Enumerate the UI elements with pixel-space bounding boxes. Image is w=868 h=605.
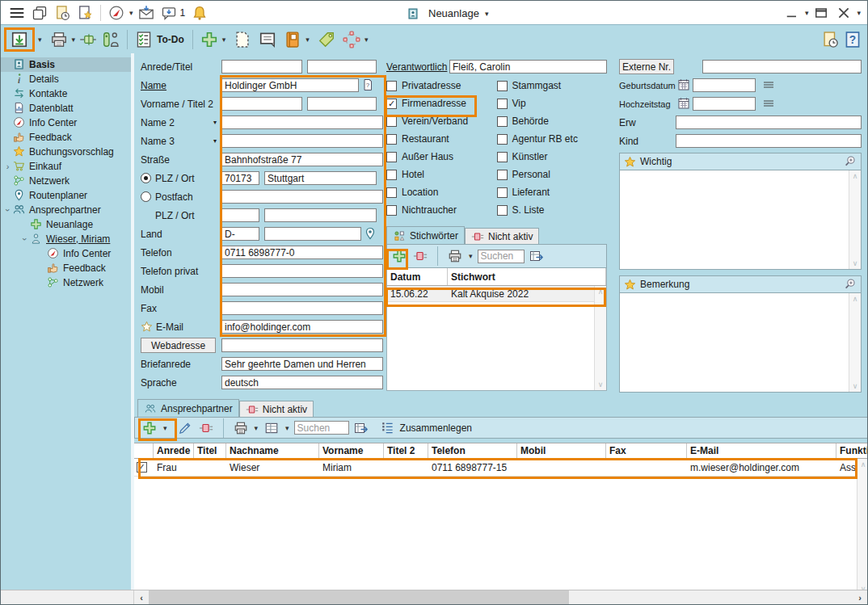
- save-button[interactable]: [11, 31, 28, 48]
- table-view-dropdown-icon[interactable]: [285, 424, 289, 432]
- telefon-privat-input[interactable]: [221, 264, 383, 278]
- tab-nicht-aktiv[interactable]: Nicht aktiv: [465, 228, 539, 244]
- merge-icon[interactable]: [380, 420, 396, 436]
- vorname-input[interactable]: [221, 97, 302, 111]
- stichwort-search-input[interactable]: [478, 250, 525, 263]
- print-button[interactable]: [50, 31, 68, 48]
- name2-input[interactable]: [221, 116, 383, 129]
- scroll-right-button[interactable]: ›: [853, 590, 867, 604]
- todo-icon[interactable]: [135, 31, 153, 48]
- checkbox-location[interactable]: Location: [386, 183, 497, 201]
- info-center-icon[interactable]: [107, 4, 125, 22]
- column-header-anrede[interactable]: Anrede: [154, 443, 194, 458]
- stichwort-row[interactable]: 15.06.22Kalt Akquise 2022: [387, 286, 606, 302]
- help-button[interactable]: ?: [844, 31, 862, 48]
- plz-ort-radio[interactable]: [141, 173, 151, 183]
- fax-input[interactable]: [221, 301, 383, 315]
- scrollbar-thumb[interactable]: [149, 590, 569, 604]
- workflow-dropdown-icon[interactable]: [364, 36, 369, 44]
- edit-contact-button[interactable]: [177, 420, 193, 436]
- tree-expander-icon[interactable]: [2, 162, 13, 171]
- checkbox-lieferant[interactable]: Lieferant: [497, 183, 608, 201]
- externe-nr-button[interactable]: Externe Nr.: [619, 59, 674, 74]
- windows-icon[interactable]: [31, 4, 48, 22]
- checkbox-box[interactable]: [386, 170, 397, 180]
- workflow-icon[interactable]: [343, 31, 360, 48]
- name3-input[interactable]: [221, 134, 383, 148]
- checkbox-box[interactable]: [386, 116, 397, 127]
- land-name-input[interactable]: [264, 227, 361, 241]
- sidebar-item-wieser-miriam[interactable]: Wieser, Miriam: [1, 232, 131, 246]
- checkbox-box[interactable]: [497, 81, 508, 91]
- add-contact-button[interactable]: [141, 420, 158, 436]
- template-document-icon[interactable]: [234, 31, 251, 48]
- telefon-input[interactable]: 0711 6898777-0: [221, 246, 383, 259]
- row-checkbox[interactable]: [137, 462, 147, 473]
- sidebar-item-details[interactable]: iDetails: [1, 72, 131, 86]
- sidebar-item-info-center[interactable]: Info Center: [1, 246, 131, 261]
- close-button[interactable]: [835, 4, 853, 22]
- name3-dropdown-icon[interactable]: [213, 137, 217, 145]
- tag-icon[interactable]: [318, 31, 335, 48]
- checkbox-behörde[interactable]: Behörde: [497, 112, 608, 130]
- postfach-input[interactable]: [221, 190, 383, 204]
- checkbox-privatadresse[interactable]: Privatadresse: [386, 77, 497, 95]
- column-header-telefon[interactable]: Telefon: [428, 443, 517, 458]
- date-options-icon[interactable]: [762, 78, 776, 92]
- contact-search-input[interactable]: [294, 421, 349, 435]
- checkbox-firmenadresse[interactable]: Firmenadresse: [386, 95, 497, 112]
- notifications-bell-icon[interactable]: [191, 4, 209, 22]
- sidebar-item-netzwerk[interactable]: Netzwerk: [1, 275, 131, 290]
- column-header-e-mail[interactable]: E-Mail: [687, 443, 836, 458]
- save-dropdown-icon[interactable]: [38, 36, 42, 44]
- email-input[interactable]: info@holdinger.com: [221, 320, 383, 334]
- checkbox-box[interactable]: [497, 205, 508, 216]
- stichwoerter-scrollbar[interactable]: ∧∨: [594, 286, 606, 390]
- address-book-icon[interactable]: [284, 31, 301, 48]
- tree-expander-icon[interactable]: [2, 205, 13, 215]
- kind-input[interactable]: [676, 134, 862, 148]
- checkbox-box[interactable]: [386, 205, 397, 216]
- info-center-dropdown-icon[interactable]: [129, 9, 133, 17]
- checkbox-agentur-rb-etc[interactable]: Agentur RB etc: [497, 130, 608, 148]
- checkbox-box[interactable]: [386, 99, 397, 109]
- externe-nr-input[interactable]: [702, 60, 862, 74]
- checkbox-stammgast[interactable]: Stammgast: [497, 77, 608, 95]
- checkbox-box[interactable]: [386, 187, 397, 198]
- column-header-stichwort[interactable]: Stichwort: [448, 268, 606, 285]
- tree-expander-icon[interactable]: [19, 234, 30, 244]
- duplicate-check-icon[interactable]: ?: [361, 78, 375, 92]
- incoming-messages-icon[interactable]: [160, 4, 178, 22]
- calendar-icon[interactable]: [677, 78, 691, 92]
- wichtig-scrollbar[interactable]: ∧∨: [849, 170, 861, 269]
- ort-input[interactable]: Stuttgart: [264, 171, 377, 185]
- scroll-left-button[interactable]: ‹: [134, 590, 149, 604]
- maximize-button[interactable]: [812, 4, 830, 22]
- favorites-document-icon[interactable]: [76, 4, 94, 22]
- add-dropdown-icon[interactable]: [222, 36, 226, 44]
- calendar-icon[interactable]: [677, 97, 691, 111]
- name-input[interactable]: Holdinger GmbH: [221, 78, 359, 92]
- plz-input[interactable]: 70173: [221, 171, 259, 185]
- column-header-funktion[interactable]: Funktion: [836, 443, 867, 458]
- sidebar-item-buchungsvorschlag[interactable]: Buchungsvorschlag: [1, 145, 131, 159]
- sidebar-item-info-center[interactable]: Info Center: [1, 116, 131, 130]
- print-dropdown-icon[interactable]: [469, 252, 473, 260]
- history-document-icon[interactable]: [821, 31, 839, 48]
- sidebar-item-einkauf[interactable]: Einkauf: [1, 159, 131, 174]
- zoom-text-icon[interactable]: [844, 278, 857, 291]
- checkbox-s-liste[interactable]: S. Liste: [497, 201, 608, 219]
- scrollbar-track[interactable]: [569, 590, 853, 604]
- checkbox-box[interactable]: [386, 81, 397, 91]
- sprache-input[interactable]: deutsch: [221, 376, 383, 389]
- deactivate-stichwort-button[interactable]: [412, 248, 428, 264]
- checkbox-hotel[interactable]: Hotel: [386, 166, 497, 183]
- deactivate-contact-button[interactable]: [198, 420, 214, 436]
- date-options-icon[interactable]: [762, 97, 776, 111]
- minimize-dropdown-icon[interactable]: [805, 9, 809, 17]
- zusammenlegen-label[interactable]: Zusammenlegen: [400, 422, 472, 434]
- sidebar-item-datenblatt[interactable]: Datenblatt: [1, 101, 131, 116]
- address-book-dropdown-icon[interactable]: [305, 36, 310, 44]
- erw-input[interactable]: [676, 116, 862, 129]
- print-dropdown-icon[interactable]: [255, 424, 259, 432]
